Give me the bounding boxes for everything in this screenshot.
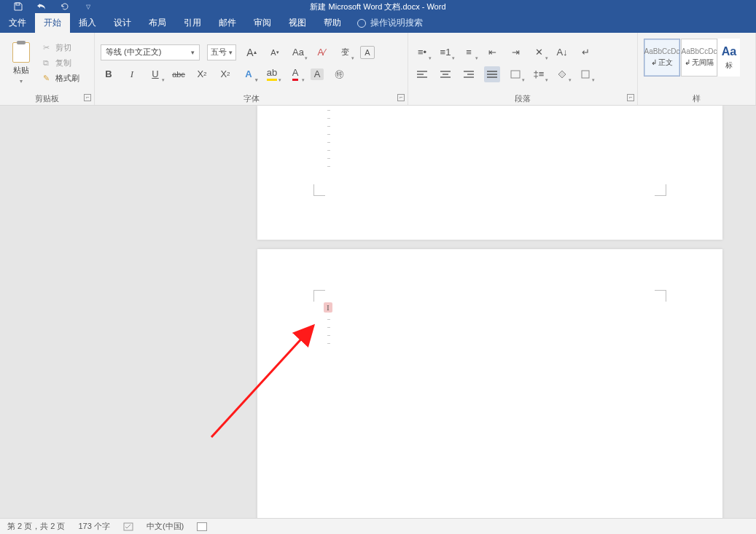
style-no-spacing[interactable]: AaBbCcDc ↲ 无间隔	[681, 39, 717, 76]
clipboard-launcher-icon[interactable]: ⌐	[84, 94, 91, 101]
svg-rect-2	[582, 71, 589, 78]
underline-button[interactable]: U	[147, 66, 163, 82]
group-font: 等线 (中文正文) ▾ 五号 ▾ A▴ A▾ Aa A⁄ 变 A B	[95, 33, 408, 105]
font-size-combo[interactable]: 五号 ▾	[207, 44, 236, 60]
undo-icon[interactable]	[36, 1, 47, 12]
quick-access-toolbar: ▽	[0, 1, 93, 12]
margin-corner-icon	[313, 184, 325, 196]
tab-review[interactable]: 审阅	[245, 13, 280, 33]
italic-button[interactable]: I	[124, 66, 140, 82]
tab-file[interactable]: 文件	[0, 13, 35, 33]
save-icon[interactable]	[13, 1, 23, 12]
style-normal[interactable]: AaBbCcDc ↲ 正文	[644, 39, 680, 76]
shading-button[interactable]	[554, 66, 570, 82]
lightbulb-icon	[357, 19, 366, 28]
svg-rect-0	[16, 3, 20, 5]
font-name-value: 等线 (中文正文)	[106, 47, 161, 58]
shrink-font-button[interactable]: A▾	[267, 44, 283, 60]
text-effects-button[interactable]: A	[241, 66, 257, 82]
multilevel-list-button[interactable]: ≡	[461, 44, 477, 60]
sort-button[interactable]: A↓	[554, 44, 570, 60]
font-name-combo[interactable]: 等线 (中文正文) ▾	[101, 44, 200, 60]
cut-button[interactable]: ✂ 剪切	[41, 42, 79, 53]
copy-button[interactable]: ⧉ 复制	[41, 58, 79, 68]
tab-home[interactable]: 开始	[35, 13, 70, 33]
status-macro-icon[interactable]	[197, 522, 207, 531]
grow-font-button[interactable]: A▴	[243, 44, 260, 60]
group-clipboard: 粘贴 ▾ ✂ 剪切 ⧉ 复制 ✎ 格式刷 剪贴板 ⌐	[0, 33, 95, 105]
svg-rect-1	[511, 71, 520, 78]
status-word-count[interactable]: 173 个字	[78, 521, 109, 532]
style-heading[interactable]: Aa 标	[718, 39, 740, 76]
status-spellcheck-icon[interactable]	[123, 522, 133, 531]
phonetic-guide-button[interactable]: 变	[337, 44, 353, 60]
superscript-button[interactable]: X2	[217, 66, 233, 82]
style-name-nospacing: ↲ 无间隔	[685, 58, 714, 68]
tab-layout[interactable]: 布局	[140, 13, 175, 33]
tab-help[interactable]: 帮助	[315, 13, 350, 33]
status-bar: 第 2 页，共 2 页 173 个字 中文(中国)	[0, 518, 756, 534]
tab-view[interactable]: 视图	[280, 13, 315, 33]
window-title: 新建 Microsoft Word 文档.docx - Word	[310, 1, 445, 12]
tab-design[interactable]: 设计	[105, 13, 140, 33]
copy-label: 复制	[55, 58, 71, 68]
align-justify-button[interactable]	[484, 66, 500, 82]
decrease-indent-button[interactable]: ⇤	[484, 44, 500, 60]
ribbon: 粘贴 ▾ ✂ 剪切 ⧉ 复制 ✎ 格式刷 剪贴板 ⌐	[0, 33, 756, 106]
ribbon-tabs: 文件 开始 插入 设计 布局 引用 邮件 审阅 视图 帮助 操作说明搜索	[0, 13, 756, 33]
tell-me-search[interactable]: 操作说明搜索	[350, 13, 423, 33]
chevron-down-icon: ▾	[191, 49, 195, 56]
style-sample: AaBbCcDc	[682, 47, 717, 55]
copy-icon: ⧉	[41, 59, 51, 68]
enclose-characters-button[interactable]: ㊕	[331, 66, 347, 82]
tab-references[interactable]: 引用	[175, 13, 210, 33]
style-sample: Aa	[722, 45, 736, 58]
qat-customize-icon[interactable]: ▽	[83, 1, 93, 12]
tell-me-label: 操作说明搜索	[370, 17, 423, 29]
character-shading-button[interactable]: A	[311, 68, 324, 80]
tab-mailings[interactable]: 邮件	[210, 13, 245, 33]
asian-layout-button[interactable]: ✕	[531, 44, 547, 60]
show-marks-button[interactable]: ↵	[577, 44, 593, 60]
clear-formatting-button[interactable]: A⁄	[313, 44, 330, 60]
format-painter-button[interactable]: ✎ 格式刷	[41, 73, 79, 84]
strikethrough-button[interactable]: abc	[171, 66, 187, 82]
group-styles: AaBbCcDc ↲ 正文 AaBbCcDc ↲ 无间隔 Aa 标 样	[638, 33, 756, 105]
margin-corner-icon	[655, 290, 666, 302]
bullets-button[interactable]: ≡•	[414, 44, 430, 60]
brush-icon: ✎	[41, 74, 51, 83]
numbering-button[interactable]: ≡1	[437, 44, 453, 60]
scissors-icon: ✂	[41, 44, 51, 52]
paragraph-launcher-icon[interactable]: ⌐	[627, 94, 634, 101]
borders-button[interactable]	[577, 66, 593, 82]
font-launcher-icon[interactable]: ⌐	[397, 94, 405, 101]
cut-label: 剪切	[55, 42, 71, 53]
character-border-button[interactable]: A	[360, 46, 375, 59]
document-canvas[interactable]: I	[0, 106, 756, 518]
status-page[interactable]: 第 2 页，共 2 页	[7, 521, 65, 532]
increase-indent-button[interactable]: ⇥	[507, 44, 523, 60]
group-paragraph: ≡• ≡1 ≡ ⇤ ⇥ ✕ A↓ ↵	[408, 33, 638, 105]
distribute-button[interactable]	[507, 66, 523, 82]
highlight-button[interactable]: ab	[264, 66, 280, 82]
change-case-button[interactable]: Aa	[290, 44, 306, 60]
bold-button[interactable]: B	[101, 66, 117, 82]
line-spacing-button[interactable]: ‡≡	[531, 66, 547, 82]
align-center-button[interactable]	[437, 66, 453, 82]
subscript-button[interactable]: X2	[194, 66, 210, 82]
text-cursor-icon: I	[324, 302, 332, 313]
page-1[interactable]	[257, 106, 722, 240]
paste-button[interactable]: 粘贴 ▾	[6, 38, 36, 89]
status-language[interactable]: 中文(中国)	[147, 521, 184, 532]
margin-corner-icon	[313, 290, 325, 302]
align-left-button[interactable]	[414, 66, 430, 82]
tab-insert[interactable]: 插入	[70, 13, 105, 33]
page-2[interactable]: I	[257, 249, 722, 518]
title-bar: ▽ 新建 Microsoft Word 文档.docx - Word	[0, 0, 756, 13]
font-color-button[interactable]: A	[287, 66, 303, 82]
align-right-button[interactable]	[461, 66, 477, 82]
redo-icon[interactable]	[60, 1, 70, 12]
paste-icon	[12, 42, 30, 63]
style-sample: AaBbCcDc	[644, 47, 680, 55]
style-name-normal: ↲ 正文	[651, 58, 674, 68]
